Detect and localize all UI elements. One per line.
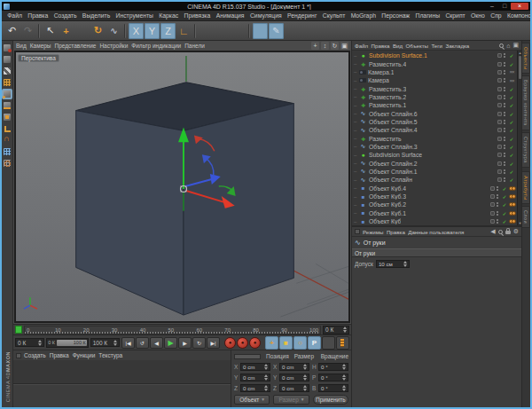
enable-state-icon[interactable]: ✓ [507,169,516,175]
workplane-mode-icon[interactable] [2,77,12,88]
dock-tab[interactable]: Структура [522,132,530,168]
stepper-icon[interactable] [38,340,42,346]
object-row[interactable]: ■ Объект Куб ✓ [354,217,516,225]
make-editable-icon[interactable] [2,43,12,53]
menu-item[interactable]: MoGraph [348,12,379,19]
visibility-dots[interactable] [504,95,505,99]
dock-tab[interactable]: Слои [522,206,530,228]
object-row[interactable]: ✚ Разместить.1 ✓ [354,101,516,109]
home-icon[interactable]: ⌂ [506,43,510,49]
material-menu-item[interactable]: Функции [73,352,99,358]
visibility-dots[interactable] [504,78,505,83]
menu-item[interactable]: Инструменты [113,12,156,19]
move-tool-icon[interactable]: + [59,23,74,39]
material-menu-item[interactable]: Текстура [98,352,126,358]
object-row[interactable]: ■ Объект Куб.4 ✓ [354,185,516,193]
rotation-field[interactable]: 0 ° [318,363,348,371]
visibility-dots[interactable] [504,161,505,166]
add-light-icon[interactable] [364,23,379,39]
coord-mode-select[interactable]: Объект▾ [234,395,270,405]
enable-state-icon[interactable]: ×× [507,69,516,75]
scrollbar-thumb[interactable] [519,56,521,79]
add-spline-pen-icon[interactable]: ✎ [269,23,284,39]
enable-state-icon[interactable]: ✓ [507,127,516,133]
layer-toggle[interactable] [490,202,495,207]
rotation-field[interactable]: 0 ° [318,384,348,392]
stepper-icon[interactable] [303,364,307,370]
stepper-icon[interactable] [342,385,346,391]
range-end-field[interactable]: 100 К [90,338,120,347]
axis-y-toggle[interactable]: Y [145,23,160,39]
visibility-dots[interactable] [504,103,505,107]
search-icon[interactable] [498,230,503,234]
visibility-dots[interactable] [497,211,498,216]
object-menu-item[interactable]: Объекты [406,43,432,49]
layer-toggle[interactable] [497,120,502,124]
visibility-dots[interactable] [497,219,498,224]
menu-item[interactable]: Файл [4,12,25,19]
layer-toggle[interactable] [490,211,495,216]
object-row[interactable]: ■ Объект Куб.2 ✓ [354,201,516,208]
enable-state-icon[interactable]: ✓ [507,144,516,150]
visibility-dots[interactable] [504,70,505,75]
panel-grip-icon[interactable] [234,354,261,359]
live-selection-icon[interactable]: ↖ [43,23,58,39]
points-mode-icon[interactable] [2,89,12,99]
stepper-icon[interactable] [403,261,407,267]
object-row[interactable]: Камера.1 ×× [354,68,516,76]
add-generator-icon[interactable] [301,23,316,39]
position-field[interactable]: 0 cm [240,374,270,381]
menu-item[interactable]: Плагины [412,12,442,19]
layer-toggle[interactable] [497,177,502,182]
texture-tag-icons[interactable] [511,194,516,199]
toolbar-separator[interactable] [194,24,196,38]
menu-item[interactable]: Правка [25,12,51,19]
texture-tag-icons[interactable] [511,186,516,191]
enable-state-icon[interactable]: ✓ [507,94,516,100]
keyframe-options-button[interactable]: ● [249,337,261,349]
texture-tag-icons[interactable] [511,219,516,224]
object-row[interactable]: ■ Объект Куб.3 ✓ [354,193,516,201]
panel-grip-icon[interactable] [16,353,21,358]
enable-state-icon[interactable]: ✓ [500,210,509,216]
menu-item[interactable]: Спр [488,12,505,19]
edges-mode-icon[interactable] [2,100,12,111]
enable-state-icon[interactable]: ✓ [507,177,516,183]
viewport-menu-item[interactable]: Вид [16,43,30,49]
maximize-button[interactable]: □ [498,3,511,10]
viewport-menu-item[interactable]: Панели [184,43,208,49]
preview-range-slider[interactable]: 0 К 100 К [46,338,88,348]
keyframe-selection-toggle[interactable] [336,336,349,350]
material-list-area[interactable] [13,360,231,383]
rotation-field[interactable]: 0 ° [318,374,348,381]
lock-icon[interactable] [505,231,511,234]
next-key-button[interactable]: ▶ [178,337,192,349]
layer-toggle[interactable] [490,194,495,199]
last-tool-spline-icon[interactable]: ∿ [106,23,121,39]
stepper-icon[interactable] [342,374,346,381]
object-row[interactable]: ∿ Объект Сплайн.3 ✓ [354,143,516,151]
viewport-menu-item[interactable]: Камеры [30,43,55,49]
stepper-icon[interactable] [264,374,268,381]
add-deformer-icon[interactable] [317,23,332,39]
workplane-icon[interactable] [2,146,12,157]
object-menu-item[interactable]: Теги [431,43,445,49]
object-row[interactable]: ● Subdivision Surface.1 ✓ [354,51,516,59]
rotate-view-icon[interactable]: ↻ [331,42,339,50]
panel-grip-icon[interactable] [355,229,360,234]
add-subdivision-surface-icon[interactable] [285,23,300,39]
add-cube-icon[interactable] [253,23,268,39]
toolbar-separator[interactable] [248,24,250,38]
mode-arrow-icon[interactable]: ◀ [490,228,495,235]
enable-state-icon[interactable]: ✓ [507,119,516,125]
visibility-dots[interactable] [504,128,505,132]
pan-view-icon[interactable]: + [311,42,319,50]
object-menu-item[interactable]: Файл [355,43,372,49]
play-button[interactable]: ▶ [164,337,177,349]
visibility-dots[interactable] [504,53,505,58]
layer-toggle[interactable] [497,87,502,91]
dock-tab[interactable]: Объекты [522,43,530,74]
layer-toggle[interactable] [497,128,502,132]
axis-mode-icon[interactable] [2,123,12,134]
position-field[interactable]: 0 cm [240,363,270,371]
